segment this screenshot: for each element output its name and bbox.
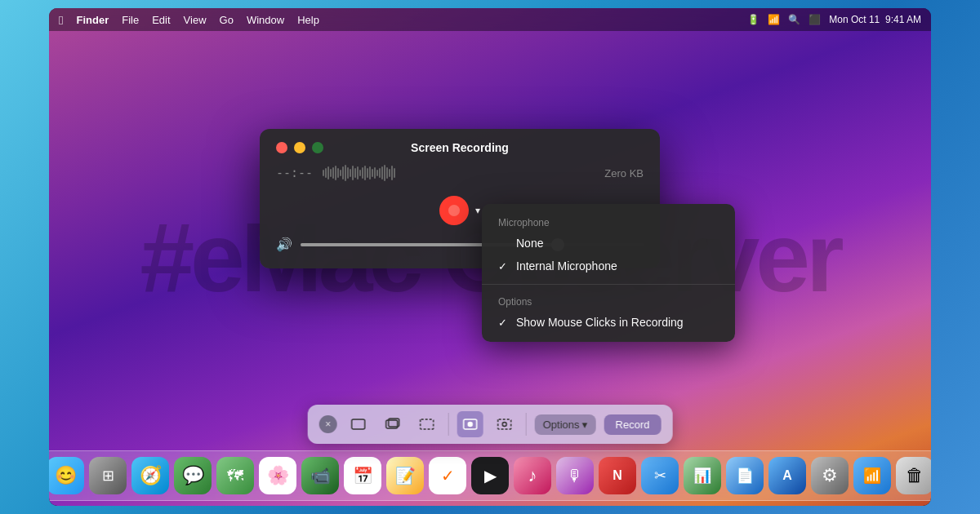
dock-safari[interactable]: 🧭 (131, 457, 169, 494)
waveform-bar (335, 166, 336, 180)
maximize-button[interactable] (312, 142, 323, 153)
microphone-section-label: Microphone (482, 212, 735, 232)
window-titlebar: Screen Recording (276, 142, 644, 153)
waveform-bar (350, 169, 351, 177)
waveform-bar (327, 166, 329, 179)
waveform-bar (325, 168, 327, 178)
microphone-internal-label: Internal Microphone (516, 259, 617, 273)
menubar-help[interactable]: Help (297, 14, 319, 26)
menubar-edit[interactable]: Edit (152, 14, 170, 26)
selection-record-button[interactable] (492, 411, 518, 437)
dock-photos[interactable]: 🌸 (259, 457, 296, 494)
menubar-go[interactable]: Go (220, 14, 234, 26)
dock-wifi[interactable]: 📶 (853, 457, 891, 494)
options-section-label: Options (482, 291, 735, 311)
microphone-none-item[interactable]: None (482, 232, 735, 255)
window-title: Screen Recording (411, 141, 509, 154)
waveform-bar (323, 170, 324, 176)
record-button[interactable] (439, 196, 469, 225)
dock-clips[interactable]: ✂ (641, 457, 679, 494)
waveform-bar (376, 170, 378, 176)
wifi-icon: 📶 (768, 14, 780, 25)
waveform-bar (340, 170, 341, 176)
waveform-bar (384, 165, 385, 181)
svg-rect-2 (389, 419, 399, 427)
waveform-bar (347, 167, 349, 179)
waveform-bar (391, 166, 393, 180)
window-capture-button[interactable] (380, 411, 406, 437)
menubar-left:  Finder File Edit View Go Window Help (59, 13, 319, 27)
dock-messages[interactable]: 💬 (174, 457, 212, 494)
menubar:  Finder File Edit View Go Window Help 🔋… (49, 8, 931, 31)
menubar-file[interactable]: File (122, 14, 139, 26)
svg-rect-6 (498, 419, 511, 429)
menubar-right: 🔋 📶 🔍 ⬛ Mon Oct 11 9:41 AM (747, 14, 921, 25)
screenshot-toolbar: × (308, 405, 673, 444)
svg-rect-0 (352, 419, 365, 429)
dropdown-arrow[interactable]: ▾ (475, 205, 480, 216)
selection-capture-button[interactable] (414, 411, 440, 437)
waveform-bar (330, 169, 332, 177)
dock-notes[interactable]: 📝 (386, 457, 424, 494)
dock-calendar[interactable]: 📅 (344, 457, 381, 494)
dock-system-preferences[interactable]: ⚙ (811, 457, 849, 494)
control-center-icon[interactable]: ⬛ (808, 14, 821, 25)
waveform-bar (352, 166, 354, 180)
waveform-bar (364, 166, 366, 180)
record-button-toolbar[interactable]: Record (604, 414, 661, 435)
dock-maps[interactable]: 🗺 (216, 457, 254, 494)
svg-point-7 (502, 423, 506, 427)
waveform-bar (369, 166, 371, 179)
dock-news[interactable]: N (599, 457, 636, 494)
waveform-bar (394, 168, 395, 178)
microphone-none-label: None (516, 237, 543, 250)
dock-podcasts[interactable]: 🎙 (556, 457, 594, 494)
close-button[interactable] (276, 142, 287, 153)
desktop-background: #eMac Observer  Finder File Edit View G… (49, 8, 931, 506)
recording-waveform (323, 165, 595, 181)
check-show-mouse-clicks: ✓ (498, 317, 510, 329)
show-mouse-clicks-label: Show Mouse Clicks in Recording (516, 316, 684, 329)
recording-timer: --:-- (276, 166, 313, 180)
dock-facetime[interactable]: 📹 (301, 457, 339, 494)
menubar-finder[interactable]: Finder (76, 14, 109, 26)
full-screen-record-button[interactable] (457, 411, 483, 437)
toolbar-divider-1 (448, 413, 449, 436)
dock-pages[interactable]: 📄 (726, 457, 764, 494)
show-mouse-clicks-item[interactable]: ✓ Show Mouse Clicks in Recording (482, 311, 735, 334)
full-screen-capture-button[interactable] (345, 411, 372, 437)
laptop-screen: #eMac Observer  Finder File Edit View G… (49, 8, 931, 506)
volume-icon[interactable]: 🔊 (276, 237, 292, 252)
dock-appstore[interactable]: A (768, 457, 806, 494)
waveform-bar (359, 170, 361, 176)
microphone-internal-item[interactable]: ✓ Internal Microphone (482, 255, 735, 277)
minimize-button[interactable] (294, 142, 305, 153)
search-icon[interactable]: 🔍 (788, 14, 800, 25)
recording-size: Zero KB (604, 167, 644, 179)
microphone-dropdown-menu: Microphone None ✓ Internal Microphone Op… (482, 204, 735, 342)
dock-finder[interactable]: 😊 (49, 457, 84, 494)
options-button[interactable]: Options ▾ (535, 414, 596, 435)
traffic-lights (276, 142, 323, 153)
options-arrow-icon: ▾ (581, 419, 587, 431)
waveform-bar (354, 168, 356, 178)
toolbar-close-button[interactable]: × (319, 415, 337, 433)
battery-icon: 🔋 (747, 14, 760, 25)
outer-frame: #eMac Observer  Finder File Edit View G… (0, 0, 980, 514)
svg-rect-3 (421, 419, 434, 429)
dock-launchpad[interactable]: ⊞ (89, 457, 127, 494)
svg-point-5 (468, 423, 472, 427)
dock-trash[interactable]: 🗑 (896, 457, 931, 494)
dock-appletv[interactable]: ▶ (471, 457, 509, 494)
dock-numbers[interactable]: 📊 (684, 457, 721, 494)
dock-reminders[interactable]: ✓ (429, 457, 466, 494)
waveform-bar (379, 168, 381, 178)
menubar-view[interactable]: View (184, 14, 207, 26)
options-label: Options (543, 419, 580, 431)
waveform-bar (337, 168, 339, 178)
apple-menu[interactable]:  (59, 13, 63, 27)
recording-info-row: --:-- (276, 165, 644, 181)
menubar-window[interactable]: Window (247, 14, 284, 26)
dock-music[interactable]: ♪ (514, 457, 551, 494)
waveform-bar (362, 167, 363, 179)
